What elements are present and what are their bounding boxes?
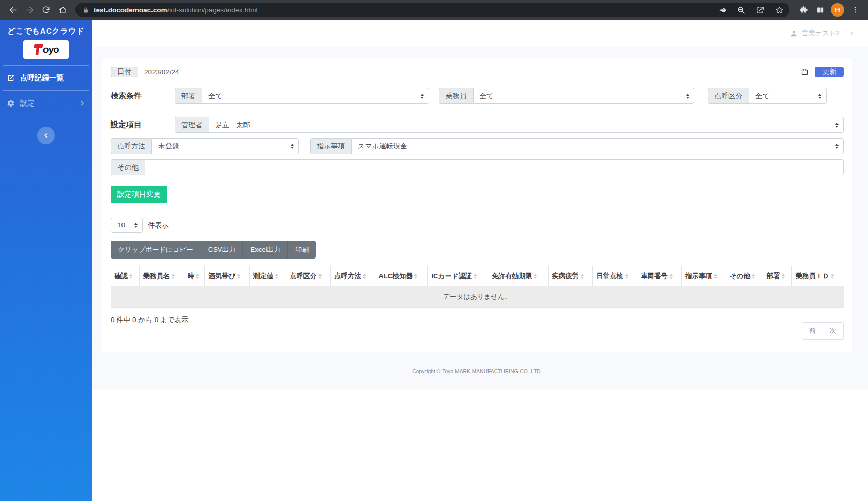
user-icon <box>790 29 798 37</box>
page-background <box>92 390 868 501</box>
sidebar-item-label: 設定 <box>20 99 35 108</box>
password-key-icon[interactable] <box>714 3 729 17</box>
calendar-icon[interactable] <box>801 68 809 76</box>
browser-toolbar: test.docodemoac.com/iot-solution/pages/i… <box>0 0 868 20</box>
change-settings-button[interactable]: 設定項目変更 <box>111 186 167 203</box>
column-header-crew-name[interactable]: 乗務員名 <box>139 266 184 286</box>
sort-icon <box>237 274 240 279</box>
copyright-text: Copyright © Toyo MARK MANUFACTURING CO.,… <box>412 369 542 374</box>
other-input[interactable] <box>151 163 837 171</box>
excel-export-button[interactable]: Excel出力 <box>242 241 287 259</box>
sort-icon <box>363 274 366 279</box>
column-header-license-expiry[interactable]: 免許有効期限 <box>488 266 548 286</box>
forward-icon[interactable] <box>22 2 37 18</box>
rollcall-method-select[interactable]: 未登録 <box>151 138 299 154</box>
column-header-time[interactable]: 時 <box>184 266 205 286</box>
share-icon[interactable] <box>753 3 767 17</box>
zoom-out-icon[interactable] <box>734 3 748 17</box>
sidebar-collapse-button[interactable] <box>37 127 55 144</box>
settings-section-label: 設定項目 <box>111 120 175 130</box>
csv-export-button[interactable]: CSV出力 <box>201 241 243 259</box>
app-title: どこでもACクラウド <box>0 20 92 39</box>
reload-icon[interactable] <box>38 2 54 18</box>
column-header-measurement[interactable]: 測定値 <box>249 266 286 286</box>
rollcall-type-label: 点呼区分 <box>708 88 749 104</box>
sort-icon <box>782 274 785 279</box>
copyright-footer: Copyright © Toyo MARK MANUFACTURING CO.,… <box>102 352 852 390</box>
gear-icon <box>7 99 15 108</box>
sidebar-divider <box>3 116 89 116</box>
select-arrows-icon <box>686 94 689 99</box>
column-header-instructions[interactable]: 指示事項 <box>681 266 726 286</box>
column-header-confirm[interactable]: 確認 <box>111 266 139 286</box>
department-select[interactable]: 全て <box>202 88 429 104</box>
user-menu-chevron-icon[interactable] <box>849 31 855 36</box>
browser-menu-icon[interactable] <box>847 2 863 18</box>
bookmark-star-icon[interactable] <box>772 3 786 17</box>
select-arrows-icon <box>835 144 839 149</box>
instructions-select[interactable]: スマホ運転現金 <box>351 138 844 154</box>
sidebar-item-label: 点呼記録一覧 <box>20 73 64 83</box>
rollcall-method-label: 点呼方法 <box>111 138 151 154</box>
back-icon[interactable] <box>5 2 21 18</box>
user-name[interactable]: 営業テスト2 <box>802 28 840 38</box>
column-header-illness-fatigue[interactable]: 疾病疲労 <box>548 266 592 286</box>
url-text: test.docodemoac.com/iot-solution/pages/i… <box>94 6 710 14</box>
chevron-right-icon <box>79 100 85 107</box>
rollcall-type-select[interactable]: 全て <box>749 88 827 104</box>
sort-icon <box>669 274 673 279</box>
instructions-group: 指示事項 スマホ運転現金 <box>310 138 844 154</box>
next-page-button[interactable]: 次 <box>823 322 844 340</box>
date-filter-group: 日付 更新 <box>111 67 844 77</box>
print-button[interactable]: 印刷 <box>287 241 316 259</box>
rollcall-method-group: 点呼方法 未登録 <box>111 138 299 154</box>
sort-icon <box>625 274 628 279</box>
manager-group: 管理者 足立 太郎 <box>175 117 844 133</box>
sidebar-item-rollcall-records[interactable]: 点呼記録一覧 <box>0 66 92 90</box>
column-header-department[interactable]: 部署 <box>763 266 792 286</box>
column-header-rollcall-method[interactable]: 点呼方法 <box>330 266 375 286</box>
home-icon[interactable] <box>55 2 70 18</box>
lock-icon <box>83 7 89 13</box>
column-header-rollcall-type[interactable]: 点呼区分 <box>286 266 330 286</box>
page-length-select[interactable]: 10 <box>111 218 143 233</box>
rollcall-table: 確認 乗務員名 時 酒気帯び 測定値 点呼区分 点呼方法 ALC検知器 ICカー… <box>111 266 844 308</box>
date-input-wrap <box>138 67 815 77</box>
sort-icon <box>275 274 278 279</box>
export-button-group: クリップボードにコピー CSV出力 Excel出力 印刷 <box>111 241 316 259</box>
column-header-alcohol[interactable]: 酒気帯び <box>205 266 249 286</box>
page-length-row: 10 件表示 <box>111 218 844 233</box>
copy-to-clipboard-button[interactable]: クリップボードにコピー <box>111 241 201 259</box>
side-panel-icon[interactable] <box>812 2 828 18</box>
search-conditions-row: 検索条件 部署 全て 乗務員 全て 点呼区分 全て <box>111 88 844 104</box>
table-header-row: 確認 乗務員名 時 酒気帯び 測定値 点呼区分 点呼方法 ALC検知器 ICカー… <box>111 266 844 286</box>
update-button[interactable]: 更新 <box>815 67 844 77</box>
extensions-puzzle-icon[interactable] <box>796 2 811 18</box>
column-header-other[interactable]: その他 <box>726 266 763 286</box>
sort-icon <box>196 274 199 279</box>
sidebar-item-settings[interactable]: 設定 <box>0 91 92 116</box>
crew-select[interactable]: 全て <box>473 88 695 104</box>
profile-avatar[interactable]: H <box>831 3 844 17</box>
topbar: 営業テスト2 <box>92 20 868 47</box>
select-arrows-icon <box>818 94 821 99</box>
manager-select[interactable]: 足立 太郎 <box>209 117 844 133</box>
date-input[interactable] <box>144 68 801 76</box>
settings-method-row: 点呼方法 未登録 指示事項 スマホ運転現金 <box>111 138 844 154</box>
column-header-ic-card-auth[interactable]: ICカード認証 <box>428 266 488 286</box>
select-arrows-icon <box>835 123 839 128</box>
toyo-logo-text: oyo <box>42 44 59 55</box>
search-section-label: 検索条件 <box>111 91 175 101</box>
column-header-crew-id[interactable]: 乗務員ＩＤ <box>791 266 844 286</box>
column-header-alc-detector[interactable]: ALC検知器 <box>375 266 428 286</box>
previous-page-button[interactable]: 前 <box>802 322 823 340</box>
department-filter-group: 部署 全て <box>175 88 429 104</box>
select-arrows-icon <box>291 144 294 149</box>
url-bar[interactable]: test.docodemoac.com/iot-solution/pages/i… <box>75 3 789 17</box>
column-header-daily-inspection[interactable]: 日常点検 <box>592 266 637 286</box>
page-length-label: 件表示 <box>148 221 169 230</box>
column-header-vehicle-number[interactable]: 車両番号 <box>637 266 681 286</box>
crew-label: 乗務員 <box>439 88 473 104</box>
sort-icon <box>129 274 132 279</box>
sort-icon <box>752 274 755 279</box>
